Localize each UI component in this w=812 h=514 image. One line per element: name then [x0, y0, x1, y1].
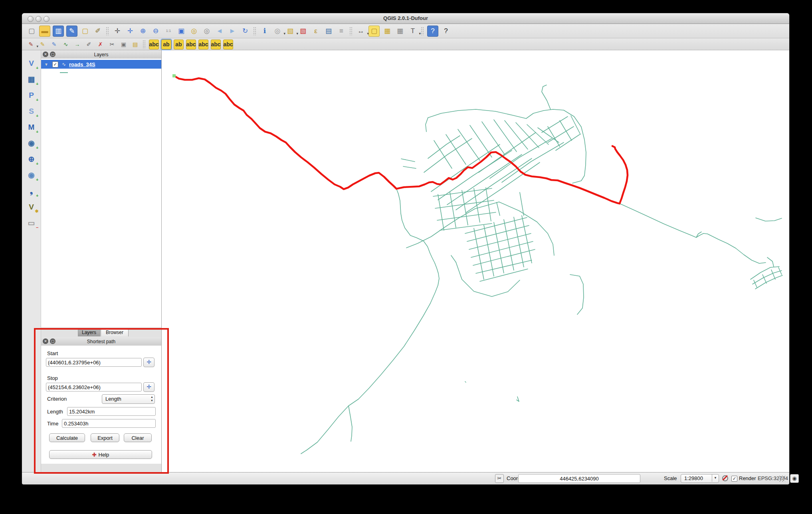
- labeling-icon[interactable]: abc: [149, 40, 159, 49]
- new-shapefile-layer-icon[interactable]: V✱: [26, 201, 38, 213]
- glyph: ✂: [110, 42, 115, 47]
- glyph: ▥: [55, 28, 61, 34]
- toggle-editing-icon[interactable]: ✎: [38, 40, 47, 49]
- glyph: ►: [229, 28, 236, 34]
- road-line: [620, 204, 766, 263]
- deselect-features-icon[interactable]: ▧: [298, 26, 308, 36]
- label-show-hide-icon[interactable]: abc: [186, 40, 196, 49]
- select-features-icon[interactable]: ▧▾: [285, 26, 295, 36]
- glyph: abc: [223, 42, 233, 47]
- title-bar[interactable]: QGIS 2.0.1-Dufour: [22, 13, 789, 24]
- glyph: ❟: [30, 187, 33, 195]
- new-bookmark-icon[interactable]: ▦: [382, 26, 392, 36]
- help-contents-icon[interactable]: ?: [427, 26, 438, 37]
- dropdown-arrow-icon[interactable]: ▼: [712, 474, 719, 482]
- add-wcs-layer-icon[interactable]: ⊕+: [26, 153, 38, 165]
- copy-features-icon[interactable]: ▣: [119, 40, 128, 49]
- road-line: [767, 257, 774, 267]
- render-checkbox[interactable]: ✓: [731, 476, 737, 482]
- map-canvas[interactable]: [162, 50, 789, 472]
- current-edits-icon[interactable]: ✎▾: [26, 40, 36, 49]
- zoom-last-icon[interactable]: ◄: [214, 26, 225, 36]
- glyph: abc: [211, 42, 220, 47]
- refresh-icon[interactable]: ↻: [240, 26, 250, 36]
- add-feature-icon[interactable]: ∿: [61, 40, 70, 49]
- open-project-icon[interactable]: ▬: [39, 26, 50, 37]
- zoom-to-selection-icon[interactable]: ◎: [189, 26, 199, 36]
- save-project-icon[interactable]: ▥: [53, 26, 64, 37]
- glyph: ▧: [287, 28, 293, 34]
- render-label: Render: [739, 475, 756, 481]
- glyph: ▭: [28, 219, 35, 227]
- road-line: [428, 136, 460, 158]
- whats-this-icon[interactable]: ?: [441, 26, 451, 36]
- zoom-next-icon[interactable]: ►: [227, 26, 238, 36]
- coordinate-input[interactable]: [518, 474, 640, 483]
- main-toolbar: ▢▬▥✎▢✐✛✛⊕⊖1:1▣◎◎◄►↻ℹ◎▾▧▾▧ε▤≡↔▾▢▦▦T▾??: [22, 24, 789, 38]
- zoom-out-icon[interactable]: ⊖: [151, 26, 161, 36]
- show-bookmarks-icon[interactable]: ▦: [395, 26, 405, 36]
- label-pin-selected-icon[interactable]: ab: [161, 40, 171, 49]
- project-properties-icon[interactable]: ✐: [93, 26, 103, 36]
- select-by-expression-icon[interactable]: ε: [311, 26, 321, 36]
- identify-features-icon[interactable]: ℹ: [259, 26, 270, 36]
- badge-icon: +: [36, 113, 38, 118]
- node-tool-icon[interactable]: ✐: [84, 40, 93, 49]
- dropdown-arrow-icon[interactable]: ▾: [419, 32, 421, 36]
- field-calculator-icon[interactable]: ≡: [336, 26, 347, 36]
- zoom-to-layer-icon[interactable]: ◎: [202, 26, 212, 36]
- label-rotate-icon[interactable]: abc: [211, 40, 221, 49]
- expand-arrow-icon[interactable]: ▼: [44, 62, 48, 67]
- zoom-in-icon[interactable]: ⊕: [138, 26, 148, 36]
- route-start-marker: [172, 74, 176, 77]
- add-wfs-layer-icon[interactable]: ◉+: [26, 169, 38, 181]
- glyph: ▢: [82, 28, 88, 34]
- zoom-full-icon[interactable]: ▣: [176, 26, 186, 36]
- scale-select[interactable]: 1:29800 ▼: [681, 474, 719, 483]
- road-line: [458, 129, 480, 160]
- run-feature-action-icon[interactable]: ◎▾: [272, 26, 283, 36]
- crs-status-icon[interactable]: ◉: [790, 474, 799, 483]
- layer-row[interactable]: ▼ ✓ ∿ roads_34S: [41, 60, 161, 69]
- toggle-mouse-position-icon[interactable]: ✂: [495, 474, 504, 483]
- label-properties-icon[interactable]: abc: [223, 40, 233, 49]
- remove-layer-icon[interactable]: ▭−: [26, 217, 38, 229]
- label-pin-icon[interactable]: ab: [174, 40, 184, 49]
- add-postgis-layer-icon[interactable]: P+: [26, 89, 38, 101]
- stop-rendering-icon[interactable]: [721, 474, 729, 482]
- glyph: ⊖: [153, 28, 158, 34]
- resize-grip-icon[interactable]: [779, 476, 785, 482]
- measure-icon[interactable]: ↔▾: [356, 26, 366, 36]
- pan-map-icon[interactable]: ✛: [112, 26, 123, 36]
- move-feature-icon[interactable]: →: [73, 40, 82, 49]
- label-move-icon[interactable]: abc: [198, 40, 208, 49]
- cut-features-icon[interactable]: ✂: [107, 40, 117, 49]
- zoom-native-icon[interactable]: 1:1: [163, 26, 174, 36]
- add-delimited-text-layer-icon[interactable]: ❟+: [26, 185, 38, 197]
- pan-to-selection-icon[interactable]: ✛: [125, 26, 135, 36]
- new-project-icon[interactable]: ▢: [26, 26, 37, 36]
- map-tips-icon[interactable]: ▢: [368, 26, 380, 37]
- add-raster-layer-icon[interactable]: ▦+: [26, 73, 38, 85]
- save-as-image-icon[interactable]: ▢: [80, 26, 90, 36]
- paste-features-icon[interactable]: ▤: [131, 40, 140, 49]
- add-spatialite-layer-icon[interactable]: S+: [26, 105, 38, 117]
- text-annotation-icon[interactable]: T▾: [408, 26, 418, 36]
- toolbar-separator: [349, 27, 353, 36]
- add-wms-layer-icon[interactable]: ◉+: [26, 137, 38, 149]
- road-line: [484, 225, 494, 276]
- add-vector-layer-icon[interactable]: V+: [26, 57, 38, 69]
- layer-name[interactable]: roads_34S: [69, 61, 95, 67]
- save-project-as-icon[interactable]: ✎: [66, 26, 77, 37]
- add-mssql-layer-icon[interactable]: M+: [26, 121, 38, 133]
- road-line: [401, 159, 415, 162]
- road-line: [446, 134, 466, 164]
- layer-visibility-checkbox[interactable]: ✓: [52, 61, 58, 67]
- glyph: ℹ: [263, 28, 266, 34]
- glyph: ✛: [127, 28, 133, 34]
- road-line: [556, 134, 580, 150]
- attribute-table-icon[interactable]: ▤: [323, 26, 334, 36]
- save-layer-edits-icon[interactable]: ✎: [50, 40, 59, 49]
- delete-selected-icon[interactable]: ✗: [96, 40, 105, 49]
- badge-icon: +: [36, 65, 38, 70]
